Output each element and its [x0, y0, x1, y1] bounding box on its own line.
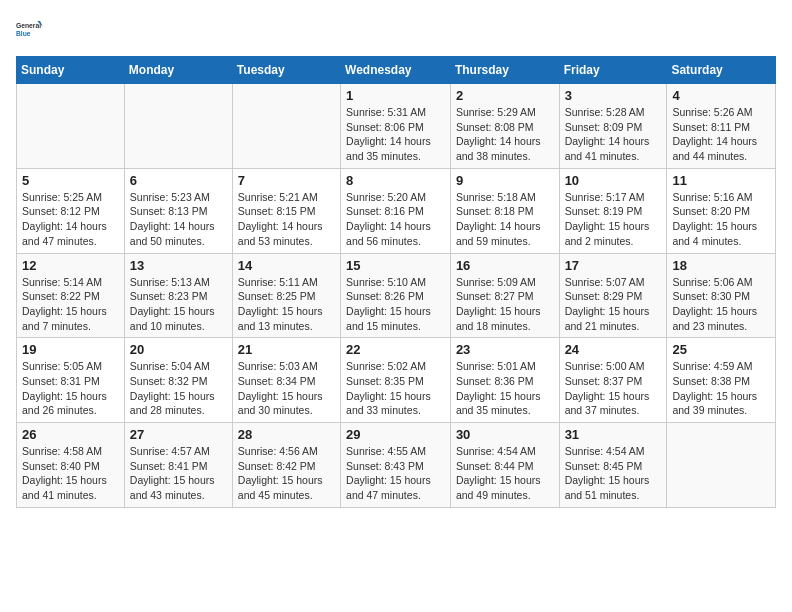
day-info: Sunrise: 5:10 AM Sunset: 8:26 PM Dayligh…: [346, 275, 445, 334]
day-number: 3: [565, 88, 662, 103]
day-number: 9: [456, 173, 554, 188]
day-info: Sunrise: 5:16 AM Sunset: 8:20 PM Dayligh…: [672, 190, 770, 249]
day-number: 21: [238, 342, 335, 357]
calendar-cell: 13Sunrise: 5:13 AM Sunset: 8:23 PM Dayli…: [124, 253, 232, 338]
calendar-cell: [124, 84, 232, 169]
day-info: Sunrise: 5:11 AM Sunset: 8:25 PM Dayligh…: [238, 275, 335, 334]
calendar-cell: 26Sunrise: 4:58 AM Sunset: 8:40 PM Dayli…: [17, 423, 125, 508]
day-number: 29: [346, 427, 445, 442]
calendar-cell: 30Sunrise: 4:54 AM Sunset: 8:44 PM Dayli…: [450, 423, 559, 508]
calendar-cell: 3Sunrise: 5:28 AM Sunset: 8:09 PM Daylig…: [559, 84, 667, 169]
day-number: 11: [672, 173, 770, 188]
calendar-cell: 22Sunrise: 5:02 AM Sunset: 8:35 PM Dayli…: [341, 338, 451, 423]
day-number: 27: [130, 427, 227, 442]
week-row-4: 19Sunrise: 5:05 AM Sunset: 8:31 PM Dayli…: [17, 338, 776, 423]
day-info: Sunrise: 5:03 AM Sunset: 8:34 PM Dayligh…: [238, 359, 335, 418]
day-header-thursday: Thursday: [450, 57, 559, 84]
day-header-tuesday: Tuesday: [232, 57, 340, 84]
day-info: Sunrise: 5:14 AM Sunset: 8:22 PM Dayligh…: [22, 275, 119, 334]
calendar-cell: 16Sunrise: 5:09 AM Sunset: 8:27 PM Dayli…: [450, 253, 559, 338]
day-number: 19: [22, 342, 119, 357]
day-info: Sunrise: 5:05 AM Sunset: 8:31 PM Dayligh…: [22, 359, 119, 418]
day-info: Sunrise: 4:55 AM Sunset: 8:43 PM Dayligh…: [346, 444, 445, 503]
day-number: 4: [672, 88, 770, 103]
calendar-cell: [667, 423, 776, 508]
calendar-cell: 8Sunrise: 5:20 AM Sunset: 8:16 PM Daylig…: [341, 168, 451, 253]
day-number: 1: [346, 88, 445, 103]
calendar-cell: 18Sunrise: 5:06 AM Sunset: 8:30 PM Dayli…: [667, 253, 776, 338]
day-number: 30: [456, 427, 554, 442]
day-number: 31: [565, 427, 662, 442]
calendar-cell: 28Sunrise: 4:56 AM Sunset: 8:42 PM Dayli…: [232, 423, 340, 508]
day-info: Sunrise: 5:09 AM Sunset: 8:27 PM Dayligh…: [456, 275, 554, 334]
day-number: 17: [565, 258, 662, 273]
day-number: 24: [565, 342, 662, 357]
week-row-2: 5Sunrise: 5:25 AM Sunset: 8:12 PM Daylig…: [17, 168, 776, 253]
week-row-1: 1Sunrise: 5:31 AM Sunset: 8:06 PM Daylig…: [17, 84, 776, 169]
day-info: Sunrise: 5:29 AM Sunset: 8:08 PM Dayligh…: [456, 105, 554, 164]
day-info: Sunrise: 5:13 AM Sunset: 8:23 PM Dayligh…: [130, 275, 227, 334]
calendar-cell: 23Sunrise: 5:01 AM Sunset: 8:36 PM Dayli…: [450, 338, 559, 423]
day-header-monday: Monday: [124, 57, 232, 84]
calendar-cell: 14Sunrise: 5:11 AM Sunset: 8:25 PM Dayli…: [232, 253, 340, 338]
week-row-3: 12Sunrise: 5:14 AM Sunset: 8:22 PM Dayli…: [17, 253, 776, 338]
calendar-cell: 10Sunrise: 5:17 AM Sunset: 8:19 PM Dayli…: [559, 168, 667, 253]
day-number: 2: [456, 88, 554, 103]
day-info: Sunrise: 4:54 AM Sunset: 8:44 PM Dayligh…: [456, 444, 554, 503]
day-header-sunday: Sunday: [17, 57, 125, 84]
logo-icon: GeneralBlue: [16, 16, 44, 44]
calendar-cell: 2Sunrise: 5:29 AM Sunset: 8:08 PM Daylig…: [450, 84, 559, 169]
day-info: Sunrise: 4:57 AM Sunset: 8:41 PM Dayligh…: [130, 444, 227, 503]
day-number: 8: [346, 173, 445, 188]
week-row-5: 26Sunrise: 4:58 AM Sunset: 8:40 PM Dayli…: [17, 423, 776, 508]
day-info: Sunrise: 5:26 AM Sunset: 8:11 PM Dayligh…: [672, 105, 770, 164]
day-info: Sunrise: 4:58 AM Sunset: 8:40 PM Dayligh…: [22, 444, 119, 503]
calendar-cell: 24Sunrise: 5:00 AM Sunset: 8:37 PM Dayli…: [559, 338, 667, 423]
day-info: Sunrise: 5:28 AM Sunset: 8:09 PM Dayligh…: [565, 105, 662, 164]
day-info: Sunrise: 5:23 AM Sunset: 8:13 PM Dayligh…: [130, 190, 227, 249]
day-number: 18: [672, 258, 770, 273]
svg-text:Blue: Blue: [16, 30, 31, 37]
calendar-cell: [232, 84, 340, 169]
header-row: SundayMondayTuesdayWednesdayThursdayFrid…: [17, 57, 776, 84]
calendar-cell: 1Sunrise: 5:31 AM Sunset: 8:06 PM Daylig…: [341, 84, 451, 169]
day-info: Sunrise: 4:54 AM Sunset: 8:45 PM Dayligh…: [565, 444, 662, 503]
day-number: 22: [346, 342, 445, 357]
day-number: 10: [565, 173, 662, 188]
calendar-cell: 15Sunrise: 5:10 AM Sunset: 8:26 PM Dayli…: [341, 253, 451, 338]
day-header-friday: Friday: [559, 57, 667, 84]
calendar-cell: 27Sunrise: 4:57 AM Sunset: 8:41 PM Dayli…: [124, 423, 232, 508]
calendar-cell: 7Sunrise: 5:21 AM Sunset: 8:15 PM Daylig…: [232, 168, 340, 253]
day-number: 15: [346, 258, 445, 273]
day-info: Sunrise: 5:31 AM Sunset: 8:06 PM Dayligh…: [346, 105, 445, 164]
calendar-cell: 19Sunrise: 5:05 AM Sunset: 8:31 PM Dayli…: [17, 338, 125, 423]
day-number: 6: [130, 173, 227, 188]
day-number: 26: [22, 427, 119, 442]
calendar-cell: 4Sunrise: 5:26 AM Sunset: 8:11 PM Daylig…: [667, 84, 776, 169]
day-number: 23: [456, 342, 554, 357]
svg-text:General: General: [16, 22, 41, 29]
day-number: 20: [130, 342, 227, 357]
day-number: 16: [456, 258, 554, 273]
calendar-cell: 20Sunrise: 5:04 AM Sunset: 8:32 PM Dayli…: [124, 338, 232, 423]
calendar-cell: 29Sunrise: 4:55 AM Sunset: 8:43 PM Dayli…: [341, 423, 451, 508]
calendar-cell: 31Sunrise: 4:54 AM Sunset: 8:45 PM Dayli…: [559, 423, 667, 508]
day-info: Sunrise: 5:20 AM Sunset: 8:16 PM Dayligh…: [346, 190, 445, 249]
day-number: 12: [22, 258, 119, 273]
day-number: 25: [672, 342, 770, 357]
day-number: 7: [238, 173, 335, 188]
day-info: Sunrise: 5:04 AM Sunset: 8:32 PM Dayligh…: [130, 359, 227, 418]
calendar-cell: 5Sunrise: 5:25 AM Sunset: 8:12 PM Daylig…: [17, 168, 125, 253]
day-info: Sunrise: 5:01 AM Sunset: 8:36 PM Dayligh…: [456, 359, 554, 418]
calendar-cell: 17Sunrise: 5:07 AM Sunset: 8:29 PM Dayli…: [559, 253, 667, 338]
day-number: 28: [238, 427, 335, 442]
calendar-cell: 12Sunrise: 5:14 AM Sunset: 8:22 PM Dayli…: [17, 253, 125, 338]
calendar-cell: 9Sunrise: 5:18 AM Sunset: 8:18 PM Daylig…: [450, 168, 559, 253]
day-info: Sunrise: 5:17 AM Sunset: 8:19 PM Dayligh…: [565, 190, 662, 249]
day-number: 14: [238, 258, 335, 273]
day-info: Sunrise: 5:21 AM Sunset: 8:15 PM Dayligh…: [238, 190, 335, 249]
day-info: Sunrise: 4:59 AM Sunset: 8:38 PM Dayligh…: [672, 359, 770, 418]
logo: GeneralBlue: [16, 16, 44, 44]
day-number: 5: [22, 173, 119, 188]
day-info: Sunrise: 5:18 AM Sunset: 8:18 PM Dayligh…: [456, 190, 554, 249]
